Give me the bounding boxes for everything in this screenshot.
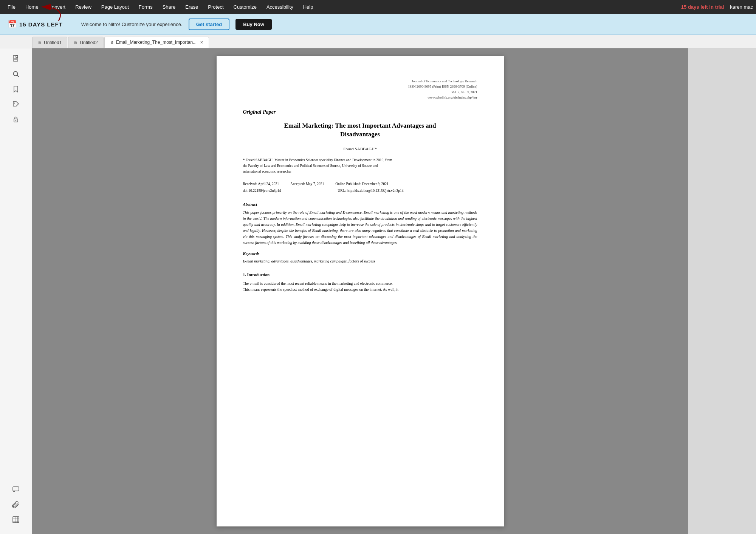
sidebar-comment-icon[interactable]	[9, 483, 23, 496]
trial-text: 15 days left in trial	[681, 4, 724, 10]
paper-title: Email Marketing: The most Important Adva…	[243, 121, 477, 139]
menu-customize[interactable]: Customize	[229, 2, 261, 12]
get-started-button[interactable]: Get started	[189, 19, 230, 30]
journal-header: Journal of Economics and Technology Rese…	[243, 79, 477, 100]
sidebar-page-icon[interactable]	[9, 52, 23, 66]
tab-document-icon-2: 🗎	[74, 40, 78, 45]
svg-rect-10	[13, 517, 19, 523]
paper-author: Foued SABBAGH*	[243, 146, 477, 152]
keywords-heading: Keywords	[243, 250, 477, 257]
journal-issn: ISSN 2690-3695 (Print) ISSN 2690-3709 (O…	[243, 84, 477, 89]
doi-row: doi:10.22158/jetr.v2n3p14 URL: http://dx…	[243, 188, 477, 193]
tab-close-button[interactable]: ✕	[200, 40, 203, 45]
menu-convert[interactable]: Convert	[44, 2, 70, 12]
menu-help[interactable]: Help	[299, 2, 318, 12]
intro-body: The e-mail is considered the most recent…	[243, 281, 477, 293]
menu-share[interactable]: Share	[158, 2, 180, 12]
menu-review[interactable]: Review	[71, 2, 96, 12]
tab-label-untitled2: Untitled2	[80, 40, 98, 45]
menu-forms[interactable]: Forms	[134, 2, 157, 12]
welcome-text: Welcome to Nitro! Customize your experie…	[81, 22, 183, 27]
online-published-date: Online Published: December 9, 2021	[335, 181, 389, 187]
tab-document-icon-1: 🗎	[38, 40, 42, 45]
pdf-page: Journal of Economics and Technology Rese…	[217, 56, 504, 526]
url-text: URL: http://dx.doi.org/10.22158/jetr.v2n…	[338, 188, 403, 193]
sidebar-tag-icon[interactable]	[9, 97, 23, 111]
right-menu: 15 days left in trial karen mac	[681, 4, 753, 10]
tab-untitled1[interactable]: 🗎 Untitled1	[32, 37, 67, 48]
abstract-body: This paper focuses primarily on the role…	[243, 210, 477, 246]
tab-email-marketing[interactable]: 🗎 Email_Marketing_The_most_Importan... ✕	[104, 37, 209, 48]
tabs-row: 🗎 Untitled1 🗎 Untitled2 🗎 Email_Marketin…	[0, 35, 756, 48]
keywords-body: E-mail marketing, advantages, disadvanta…	[243, 258, 477, 264]
intro-heading: 1. Introduction	[243, 272, 477, 278]
calendar-icon: 📅	[8, 20, 17, 29]
paper-label: Original Paper	[243, 108, 477, 116]
sidebar-search-icon[interactable]	[9, 67, 23, 81]
left-sidebar	[0, 48, 32, 534]
svg-line-5	[17, 76, 19, 77]
calendar-icon-wrap: 📅 15 DAYS LEFT	[8, 20, 63, 29]
svg-point-8	[15, 120, 16, 121]
accepted-date: Accepted: May 7, 2021	[290, 181, 324, 187]
user-name: karen mac	[730, 4, 753, 10]
trial-banner: 📅 15 DAYS LEFT Welcome to Nitro! Customi…	[0, 14, 756, 35]
main-layout: Journal of Economics and Technology Rese…	[0, 48, 756, 534]
dates-row: Received: April 24, 2021 Accepted: May 7…	[243, 181, 477, 187]
document-area[interactable]: Journal of Economics and Technology Rese…	[32, 48, 688, 534]
banner-separator	[72, 19, 72, 30]
journal-name: Journal of Economics and Technology Rese…	[243, 79, 477, 84]
buy-now-button[interactable]: Buy Now	[235, 19, 272, 30]
menu-home[interactable]: Home	[21, 2, 43, 12]
sidebar-bookmark-icon[interactable]	[9, 82, 23, 96]
menu-protect[interactable]: Protect	[203, 2, 228, 12]
author-affiliation: * Foued SABBAGH, Master in Economics Sci…	[243, 157, 477, 175]
svg-point-6	[14, 103, 15, 103]
bottom-sidebar-icons	[9, 483, 23, 526]
menu-page-layout[interactable]: Page Layout	[97, 2, 133, 12]
menu-bar: File Home Convert Review Page Layout For…	[0, 0, 756, 14]
menu-accessibility[interactable]: Accessibility	[262, 2, 298, 12]
journal-vol: Vol. 2, No. 3, 2021	[243, 90, 477, 95]
journal-url: www.scholink.org/ojs/index.php/jetr	[243, 95, 477, 100]
tab-untitled2[interactable]: 🗎 Untitled2	[68, 37, 103, 48]
abstract-heading: Abstract	[243, 201, 477, 208]
received-date: Received: April 24, 2021	[243, 181, 279, 187]
tab-label-email-marketing: Email_Marketing_The_most_Importan...	[116, 40, 197, 45]
svg-rect-1	[16, 56, 18, 57]
svg-rect-9	[13, 487, 19, 491]
menu-erase[interactable]: Erase	[181, 2, 203, 12]
tab-document-icon-3: 🗎	[110, 40, 114, 45]
tab-label-untitled1: Untitled1	[44, 40, 62, 45]
menu-file[interactable]: File	[3, 2, 20, 12]
days-left-text: 15 DAYS LEFT	[19, 21, 63, 28]
sidebar-attachment-icon[interactable]	[9, 498, 23, 511]
svg-point-4	[14, 72, 18, 76]
right-panel	[688, 48, 756, 534]
sidebar-lock-icon[interactable]	[9, 113, 23, 126]
sidebar-table-icon[interactable]	[9, 513, 23, 526]
doi-text: doi:10.22158/jetr.v2n3p14	[243, 188, 281, 193]
